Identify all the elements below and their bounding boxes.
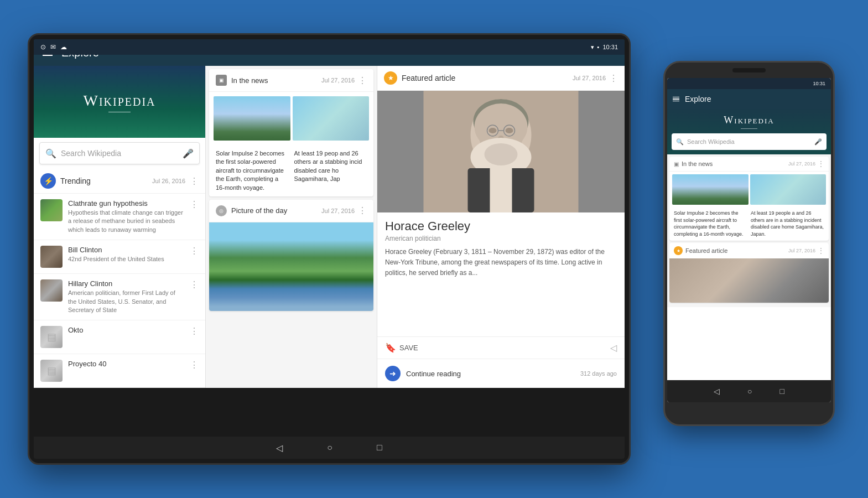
trending-thumb-5: ▤ [40,360,63,382]
phone-navigation-bar: ◁ ○ □ [667,380,831,402]
item-5-menu-icon[interactable]: ⋮ [190,360,199,370]
home-button[interactable]: ○ [327,443,332,453]
item-1-menu-icon[interactable]: ⋮ [190,199,199,210]
list-item[interactable]: Clathrate gun hypothesis Hypothesis that… [34,194,205,240]
potd-card-date: Jul 27, 2016 [321,208,355,214]
list-item[interactable]: Hillary Clinton American politician, for… [34,274,205,320]
search-bar[interactable]: 🔍 Search Wikipedia 🎤 [39,142,200,164]
trending-item-5-content: Proyecto 40 [68,360,184,369]
phone-wiki-logo: Wikipedia [667,115,831,128]
tablet-navigation-bar: ◁ ○ □ [34,437,625,459]
message-icon: ✉ [50,43,56,51]
phone-featured-menu[interactable]: ⋮ [818,247,824,255]
trending-item-4-content: Okto [68,326,184,335]
item-2-menu-icon[interactable]: ⋮ [190,246,199,256]
potd-card-header-left: ◎ Picture of the day [216,205,287,216]
save-button[interactable]: 🔖 SAVE [385,343,418,353]
featured-header-left: ★ Featured article [384,71,455,85]
svg-point-6 [506,128,513,133]
svg-rect-14 [490,168,512,212]
phone-news-menu[interactable]: ⋮ [818,160,824,168]
phone-menu-button[interactable] [673,97,679,102]
phone-japan-map-image [750,174,827,205]
phone-featured-title: Featured article [685,247,727,254]
solar-impulse-image [214,96,290,141]
item-3-menu-icon[interactable]: ⋮ [190,279,199,290]
location-icon: ⊙ [40,43,46,51]
news-item-row: Solar Impulse 2 becomes the first solar-… [216,149,367,192]
news-card-header: ▣ In the news Jul 27, 2016 ⋮ [209,69,373,92]
recents-button[interactable]: □ [377,443,382,453]
phone-news-header-left: ▣ In the news [674,160,713,167]
trending-thumb-2 [40,246,63,268]
trending-item-2-title: Bill Clinton [68,246,184,254]
trending-header: ⚡ Trending Jul 26, 2016 ⋮ [34,169,205,194]
save-label: SAVE [399,344,418,352]
statusbar-left-icons: ⊙ ✉ ☁ [40,43,67,51]
news-icon: ▣ [216,75,227,86]
phone-news-card: ▣ In the news Jul 27, 2016 ⋮ [669,157,829,241]
phone-recents-button[interactable]: □ [780,387,784,396]
trending-item-1-desc: Hypothesis that climate change can trigg… [68,209,184,234]
scene: ⊙ ✉ ☁ ▾ ▪ 10:31 Explore [0,0,868,498]
featured-footer: 🔖 SAVE ◁ [377,336,625,359]
phone-featured-header-right: Jul 27, 2016 ⋮ [788,247,824,255]
wiki-logo: Wikipedia [83,92,155,110]
continue-reading-bar[interactable]: ➜ Continue reading 312 days ago [377,359,625,388]
phone-toolbar: Explore [667,89,831,109]
trending-menu-icon[interactable]: ⋮ [190,176,199,186]
phone-camera [732,68,766,72]
featured-content-area: Horace Greeley American politician Horac… [377,91,625,359]
potd-card-header: ◎ Picture of the day Jul 27, 2016 ⋮ [209,200,373,222]
trending-thumb-1 [40,199,63,221]
featured-article-header: ★ Featured article Jul 27, 2016 ⋮ [377,66,625,91]
featured-article-panel: ★ Featured article Jul 27, 2016 ⋮ [377,66,625,388]
phone-back-button[interactable]: ◁ [714,387,720,396]
phone-home-button[interactable]: ○ [747,387,752,396]
trending-date: Jul 26, 2016 [152,178,185,184]
phone-cards-area: ▣ In the news Jul 27, 2016 ⋮ [667,154,831,307]
featured-article-subtitle: American politician [385,235,617,242]
tablet-screen: ⊙ ✉ ☁ ▾ ▪ 10:31 Explore [34,39,625,459]
microphone-icon[interactable]: 🎤 [183,148,194,159]
wiki-header: Wikipedia [34,66,205,138]
trending-item-3-title: Hillary Clinton [68,279,184,288]
news-item-2: At least 19 peop and 26 others ar a stab… [294,149,367,192]
phone-search-bar[interactable]: 🔍 Search Wikipedia 🎤 [672,133,827,150]
news-images-row [209,92,373,145]
featured-article-date: Jul 27, 2016 [573,75,606,81]
news-story-1-text: Solar Impulse 2 becomes the first solar-… [216,149,289,192]
list-item[interactable]: ▤ Proyecto 40 ⋮ [34,354,205,388]
item-4-menu-icon[interactable]: ⋮ [190,326,199,336]
phone-news-date: Jul 27, 2016 [788,161,815,167]
trending-thumb-3 [40,279,63,302]
cloud-icon: ☁ [60,43,67,51]
potd-card-title: Picture of the day [231,206,287,215]
back-button[interactable]: ◁ [276,443,283,453]
phone-featured-left: ★ Featured article [674,246,727,255]
phone-search-placeholder: Search Wikipedia [687,138,811,145]
continue-reading-text: Continue reading [406,370,461,378]
search-icon: 🔍 [45,148,56,159]
phone-statusbar: 10:31 [667,78,831,89]
potd-icon: ◎ [216,205,227,216]
phone-wiki-underline [741,128,757,129]
star-icon: ★ [384,71,397,85]
list-item[interactable]: ▤ Okto ⋮ [34,320,205,354]
phone-microphone-icon[interactable]: 🎤 [814,138,822,146]
phone-search-icon: 🔍 [676,138,684,146]
news-card-menu[interactable]: ⋮ [358,75,367,86]
list-item[interactable]: Bill Clinton 42nd President of the Unite… [34,240,205,274]
phone-news-icon: ▣ [674,161,679,167]
collapse-icon[interactable]: ◁ [610,343,617,353]
svg-point-5 [489,128,497,133]
trending-item-3-content: Hillary Clinton American politician, for… [68,279,184,314]
statusbar-right: ▾ ▪ 10:31 [591,44,618,51]
svg-point-12 [485,143,518,165]
picture-of-day-card: ◎ Picture of the day Jul 27, 2016 ⋮ [209,200,373,311]
japan-map-image [293,96,370,141]
featured-article-menu[interactable]: ⋮ [609,73,618,84]
potd-card-menu[interactable]: ⋮ [358,205,367,216]
middle-panel: ▣ In the news Jul 27, 2016 ⋮ [205,66,377,388]
continue-reading-date: 312 days ago [580,370,617,377]
